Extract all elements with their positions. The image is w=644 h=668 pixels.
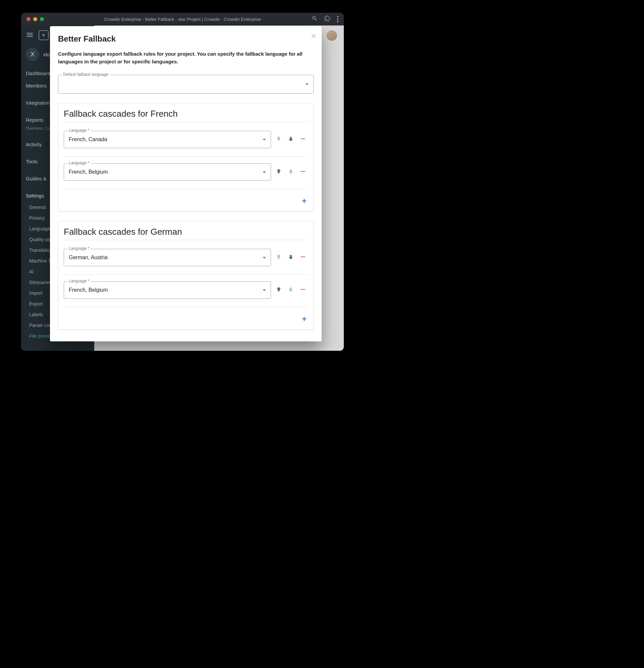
language-label: Language * xyxy=(68,279,91,283)
move-up-icon xyxy=(275,253,282,262)
better-fallback-modal: × Better Fallback Configure language exp… xyxy=(50,26,322,341)
chevron-down-icon xyxy=(263,257,266,259)
language-select[interactable]: Language *French, Belgium xyxy=(64,282,271,299)
language-value: French, Belgium xyxy=(69,169,263,175)
remove-icon[interactable] xyxy=(299,168,306,177)
language-value: French, Canada xyxy=(69,136,263,142)
add-language-row xyxy=(64,191,308,206)
chevron-down-icon xyxy=(305,84,309,85)
remove-icon[interactable] xyxy=(299,135,306,144)
move-down-icon xyxy=(287,286,295,294)
row-actions xyxy=(275,253,308,262)
move-down-icon[interactable] xyxy=(287,253,295,262)
row-actions xyxy=(275,286,308,294)
language-select[interactable]: Language *German, Austria xyxy=(64,249,271,266)
add-icon[interactable] xyxy=(301,197,308,206)
cascade-title: Fallback cascades for German xyxy=(64,227,308,240)
remove-icon[interactable] xyxy=(299,286,306,294)
language-label: Language * xyxy=(68,161,91,165)
chevron-down-icon xyxy=(263,139,266,140)
chevron-down-icon xyxy=(263,289,266,291)
close-icon[interactable]: × xyxy=(311,31,316,41)
cascade-card: Fallback cascades for GermanLanguage *Ge… xyxy=(58,221,314,330)
cascade-language-row: Language *French, Belgium xyxy=(64,158,308,189)
language-value: French, Belgium xyxy=(69,287,263,293)
add-language-row xyxy=(64,309,308,324)
modal-description: Configure language export fallback rules… xyxy=(58,50,314,65)
language-label: Language * xyxy=(68,246,91,251)
language-label: Language * xyxy=(68,128,91,133)
app-window: Crowdin Enterprise - Better Fallback - x… xyxy=(21,13,344,351)
row-actions xyxy=(275,168,308,177)
language-value: German, Austria xyxy=(69,255,263,261)
default-fallback-label: Default fallback language xyxy=(62,72,110,77)
language-select[interactable]: Language *French, Canada xyxy=(64,131,271,148)
default-fallback-select[interactable]: Default fallback language xyxy=(58,75,314,94)
move-down-icon[interactable] xyxy=(287,135,295,144)
cascade-language-row: Language *French, Belgium xyxy=(64,277,308,307)
row-actions xyxy=(275,135,308,144)
cascade-title: Fallback cascades for French xyxy=(64,109,308,122)
remove-icon[interactable] xyxy=(299,253,306,262)
move-up-icon xyxy=(275,135,282,144)
chevron-down-icon xyxy=(263,171,266,173)
language-select[interactable]: Language *French, Belgium xyxy=(64,163,271,181)
cascade-card: Fallback cascades for FrenchLanguage *Fr… xyxy=(58,103,314,212)
cascade-language-row: Language *French, Canada xyxy=(64,126,308,156)
move-up-icon[interactable] xyxy=(275,286,282,294)
move-up-icon[interactable] xyxy=(275,168,282,177)
cascade-language-row: Language *German, Austria xyxy=(64,244,308,275)
move-down-icon xyxy=(287,168,295,177)
add-icon[interactable] xyxy=(301,315,308,324)
modal-title: Better Fallback xyxy=(58,34,314,44)
